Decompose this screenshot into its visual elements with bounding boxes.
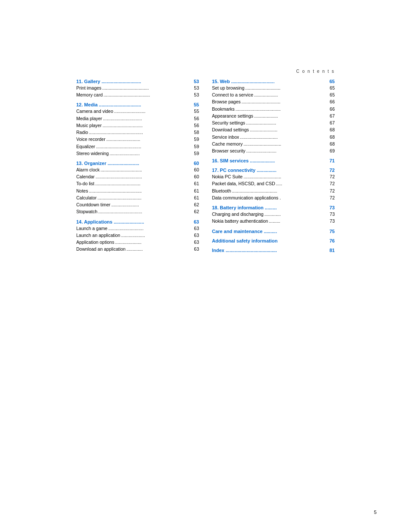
toc-item: Browser security........................… (212, 148, 335, 154)
section-dots-applications: ....................... (114, 219, 193, 224)
section-page-care-maintenance: 75 (330, 229, 335, 234)
item-dots: .............................. (243, 141, 326, 147)
item-dots: ..... (276, 180, 326, 187)
item-page: 63 (191, 225, 199, 232)
item-page: 53 (191, 85, 199, 91)
toc-item: Set up browsing.........................… (212, 85, 335, 91)
item-dots: ................... (121, 232, 190, 239)
toc-section-battery-information: 18. Battery information.........73Chargi… (212, 205, 335, 225)
toc-item: Launch a game...........................… (76, 225, 199, 232)
section-label-sim-services: 16. SIM services (212, 158, 249, 163)
toc-section-pc-connectivity: 17. PC connectivity...............72Noki… (212, 168, 335, 202)
item-page: 72 (327, 174, 335, 180)
toc-section-header-pc-connectivity: 17. PC connectivity...............72 (212, 168, 335, 173)
item-page: 73 (327, 211, 335, 218)
toc-left-column: 11. Gallery.............................… (76, 79, 199, 257)
toc-item: Bookmarks...............................… (212, 106, 335, 112)
item-label: Cache memory (212, 141, 243, 147)
item-dots: ..................... (115, 239, 190, 246)
item-label: Camera and video (76, 108, 113, 115)
item-page: 67 (327, 113, 335, 119)
section-page-index: 81 (330, 248, 335, 253)
toc-item: Download settings......................6… (212, 127, 335, 133)
toc-section-header-care-maintenance: Care and maintenance..........75 (212, 229, 335, 234)
item-label: Media player (76, 115, 102, 122)
item-page: 72 (327, 180, 335, 187)
item-label: Stereo widening (76, 150, 109, 157)
item-page: 63 (191, 246, 199, 252)
section-label-web: 15. Web (212, 79, 230, 84)
toc-item: Notes...................................… (76, 188, 199, 194)
toc-item: Music player............................… (76, 122, 199, 129)
section-label-battery-information: 18. Battery information (212, 205, 264, 210)
item-page: 65 (327, 92, 335, 98)
item-page: 72 (327, 195, 335, 201)
toc-section-media: 12. Media...............................… (76, 102, 199, 157)
toc-item: Nokia PC Suite..........................… (212, 174, 335, 180)
item-label: Calculator (76, 195, 97, 201)
item-dots: ........................................… (89, 188, 190, 194)
item-page: 56 (191, 115, 199, 122)
toc-section-header-index: Index...................................… (212, 248, 335, 253)
section-page-gallery: 53 (194, 79, 199, 84)
item-label: Countdown timer (76, 202, 110, 208)
item-page: 59 (191, 143, 199, 150)
toc-item: Download an application.............63 (76, 246, 199, 252)
toc-section-header-gallery: 11. Gallery.............................… (76, 79, 199, 84)
toc-item: Cache memory............................… (212, 141, 335, 147)
item-page: 65 (327, 85, 335, 91)
item-dots: ............................ (108, 225, 190, 232)
contents-header: C o n t e n t s (76, 69, 335, 74)
section-label-pc-connectivity: 17. PC connectivity (212, 168, 255, 173)
item-dots: ............. (265, 211, 326, 218)
item-label: Equalizer (76, 143, 95, 150)
toc-section-care-maintenance: Care and maintenance..........75 (212, 229, 335, 235)
toc-item: Equalizer...............................… (76, 143, 199, 150)
item-label: Memory card (76, 92, 103, 98)
item-dots: ................................... (98, 208, 190, 215)
toc-item: Stereo widening........................5… (76, 150, 199, 157)
toc-section-sim-services: 16. SIM services...................71 (212, 158, 335, 164)
section-label-media: 12. Media (76, 102, 98, 107)
toc-item: Launch an application...................… (76, 232, 199, 239)
section-dots-pc-connectivity: ............... (257, 168, 328, 173)
item-page: 63 (191, 239, 199, 246)
toc-section-additional-safety: Additional safety information76 (212, 238, 335, 244)
item-label: Charging and discharging (212, 211, 264, 218)
item-page: 59 (191, 136, 199, 143)
item-dots: ................................... (97, 195, 190, 201)
item-label: Browse pages (212, 99, 241, 105)
section-label-care-maintenance: Care and maintenance (212, 229, 262, 234)
section-label-organizer: 13. Organizer (76, 161, 106, 166)
item-label: Calendar (76, 174, 95, 180)
toc-section-gallery: 11. Gallery.............................… (76, 79, 199, 99)
item-dots: .................................... (236, 106, 326, 112)
item-page: 66 (327, 99, 335, 105)
item-page: 69 (327, 148, 335, 154)
toc-area: 11. Gallery.............................… (76, 79, 335, 257)
item-label: Alarm clock (76, 167, 100, 173)
item-label: Radio (76, 129, 88, 136)
section-dots-sim-services: ................... (250, 158, 328, 163)
section-page-pc-connectivity: 72 (330, 168, 335, 173)
item-dots: .................................... (95, 180, 190, 187)
toc-item: Security settings.......................… (212, 120, 335, 126)
item-dots: ................................. (100, 167, 190, 173)
section-label-index: Index (212, 248, 224, 253)
page-container: C o n t e n t s 11. Gallery.............… (0, 0, 411, 532)
toc-item: Application options.....................… (76, 239, 199, 246)
item-page: 58 (191, 129, 199, 136)
item-dots: ..................................... (102, 85, 190, 91)
toc-section-header-media: 12. Media...............................… (76, 102, 199, 107)
item-page: 60 (191, 174, 199, 180)
page-number: 5 (374, 510, 377, 515)
section-label-additional-safety: Additional safety information (212, 238, 277, 243)
section-page-sim-services: 71 (330, 158, 335, 163)
toc-item: Calculator..............................… (76, 195, 199, 201)
item-label: Music player (76, 122, 102, 129)
item-dots: ................................ (103, 122, 190, 129)
item-dots (282, 195, 326, 201)
item-label: Appearance settings (212, 113, 253, 119)
item-label: Bluetooth (212, 188, 231, 194)
section-dots-index: ....................................... (226, 248, 328, 253)
